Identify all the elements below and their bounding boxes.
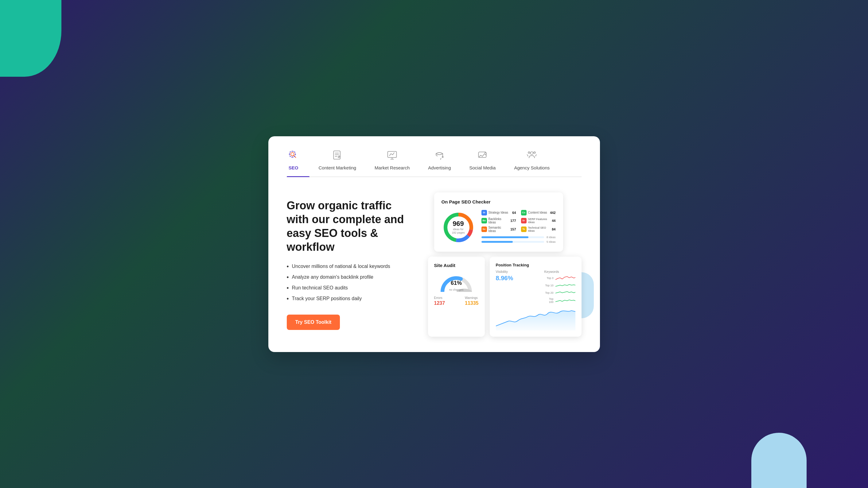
seo-checker-title: On Page SEO Checker	[441, 199, 556, 204]
donut-chart: 969 ideas for182 pages	[441, 210, 475, 244]
agency-solutions-icon	[525, 149, 538, 162]
checker-stats: St Strategy Ideas 64 Co Content Ideas 44…	[482, 210, 556, 245]
position-title: Position Tracking	[496, 263, 576, 267]
svg-point-13	[486, 153, 487, 154]
checker-content: 969 ideas for182 pages St Strategy Ideas…	[441, 210, 556, 245]
stat-backlinks: Ba Backlinks Ideas 177	[482, 217, 516, 224]
right-section: On Page SEO Checker	[428, 192, 582, 337]
position-tracking-card: Position Tracking Visibility 8.96% Keywo…	[490, 257, 582, 337]
content-marketing-icon	[331, 149, 344, 162]
left-section: Grow organic traffic with our complete a…	[287, 192, 416, 330]
bottom-row: Site Audit 61%	[428, 257, 582, 337]
tab-advertising[interactable]: Advertising	[419, 149, 460, 176]
visibility-section: Visibility 8.96%	[496, 270, 514, 282]
svg-point-15	[534, 152, 535, 153]
errors-value: 1237	[434, 300, 445, 306]
visibility-value: 8.96%	[496, 275, 514, 282]
stat-strategy: St Strategy Ideas 64	[482, 210, 516, 216]
seo-checker-card: On Page SEO Checker	[434, 192, 563, 252]
bullet-2: Analyze any domain's backlink profile	[287, 274, 416, 281]
stat-badge-serp: Sr	[521, 218, 527, 223]
errors-block: Errors 1237	[434, 296, 445, 306]
donut-sub: ideas for182 pages	[452, 228, 465, 235]
main-chart	[496, 306, 576, 330]
stat-badge-technical: Te	[521, 227, 527, 232]
tabs-nav: SEO Content Marketing	[287, 149, 582, 177]
progress-bar-2: 5 Ideas	[482, 240, 556, 243]
stat-badge-backlinks: Ba	[482, 218, 487, 223]
main-card: SEO Content Marketing	[268, 136, 600, 352]
tab-seo-label: SEO	[289, 165, 299, 170]
tab-content-marketing-label: Content Marketing	[319, 165, 356, 170]
stat-badge-content: Co	[521, 210, 527, 216]
semi-percentage: 61%	[449, 280, 464, 286]
semicircle-chart: 61% no changes	[439, 273, 473, 292]
audit-errors: Errors 1237 Warnings 11335	[434, 296, 479, 306]
mini-chart-top3: Top 3	[545, 275, 576, 281]
donut-center: 969 ideas for182 pages	[452, 220, 465, 235]
mini-charts: Top 3 Top 10	[545, 275, 576, 303]
bullet-4: Track your SERP positions daily	[287, 295, 416, 302]
tab-agency-solutions-label: Agency Solutions	[514, 165, 550, 170]
stat-serp: Sr SERP Features Ideas 44	[521, 217, 556, 224]
mini-chart-top10: Top 10	[545, 283, 576, 288]
tab-agency-solutions[interactable]: Agency Solutions	[505, 149, 559, 176]
tab-seo[interactable]: SEO	[287, 149, 310, 176]
warnings-value: 11335	[465, 300, 479, 306]
content-area: Grow organic traffic with our complete a…	[287, 192, 582, 337]
dashboard-container: On Page SEO Checker	[428, 192, 582, 337]
tab-social-media[interactable]: Social Media	[460, 149, 505, 176]
warnings-block: Warnings 11335	[465, 296, 479, 306]
stat-technical: Te Technical SEO Ideas 84	[521, 226, 556, 233]
donut-number: 969	[452, 220, 465, 228]
stat-badge-strategy: St	[482, 210, 487, 216]
semi-sub: no changes	[449, 288, 464, 291]
svg-point-14	[531, 152, 533, 154]
semi-center: 61% no changes	[449, 280, 464, 292]
bullet-3: Run technical SEO audits	[287, 285, 416, 292]
progress-bar-1: 8 Ideas	[482, 236, 556, 239]
svg-point-12	[485, 152, 486, 153]
tab-social-media-label: Social Media	[469, 165, 496, 170]
mini-chart-top100: Top 100	[545, 297, 576, 303]
bullet-1: Uncover millions of national & local key…	[287, 263, 416, 270]
advertising-icon	[433, 149, 446, 162]
social-media-icon	[475, 149, 489, 162]
tab-market-research[interactable]: Market Research	[365, 149, 419, 176]
stats-grid: St Strategy Ideas 64 Co Content Ideas 44…	[482, 210, 556, 233]
svg-point-16	[528, 152, 530, 153]
bullet-list: Uncover millions of national & local key…	[287, 263, 416, 302]
progress-bars: 8 Ideas 5 Ideas	[482, 236, 556, 243]
stat-content: Co Content Ideas 442	[521, 210, 556, 216]
site-audit-card: Site Audit 61%	[428, 257, 485, 337]
seo-icon	[287, 149, 300, 162]
site-audit-title: Site Audit	[434, 263, 479, 268]
cta-button[interactable]: Try SEO Toolkit	[287, 315, 340, 330]
keywords-section: Keywords Top 3	[545, 270, 576, 303]
main-heading: Grow organic traffic with our complete a…	[287, 199, 416, 254]
tab-market-research-label: Market Research	[375, 165, 410, 170]
mini-chart-top20: Top 20	[545, 290, 576, 296]
market-research-icon	[385, 149, 399, 162]
svg-point-2	[289, 151, 296, 157]
tab-advertising-label: Advertising	[428, 165, 451, 170]
svg-point-10	[442, 156, 443, 158]
stat-badge-semantic: Se	[482, 227, 487, 232]
stat-semantic: Se Semantic Ideas 157	[482, 226, 516, 233]
tab-content-marketing[interactable]: Content Marketing	[310, 149, 366, 176]
